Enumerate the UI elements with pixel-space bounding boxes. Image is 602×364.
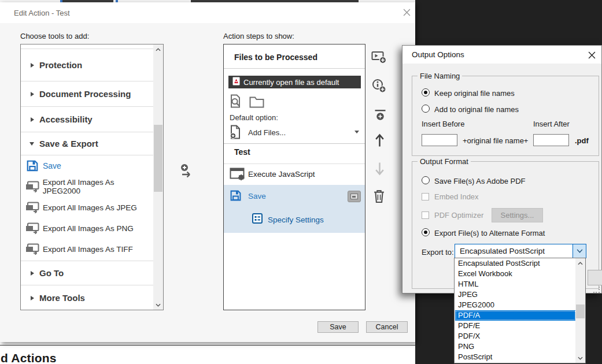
- export-alternate-label: Export File(s) to Alternate Format: [434, 229, 545, 237]
- scroll-up-icon[interactable]: [153, 44, 163, 54]
- insert-after-input[interactable]: [533, 134, 569, 146]
- tool-label: Export All Images As TIFF: [43, 245, 133, 254]
- files-to-process-header: Files to be Processed: [234, 53, 317, 62]
- pdf-file-icon: [232, 77, 240, 88]
- dropdown-scrollbar[interactable]: [575, 258, 585, 363]
- chevron-down-icon[interactable]: [573, 244, 586, 258]
- category-label: Save & Export: [39, 139, 98, 148]
- close-icon[interactable]: [584, 49, 599, 61]
- export-format-combobox[interactable]: Encapsulated PostScript: [455, 244, 586, 258]
- folder-icon[interactable]: [249, 96, 264, 110]
- add-to-original-radio[interactable]: [422, 105, 430, 113]
- export-alternate-radio[interactable]: [422, 228, 430, 236]
- add-files-dropdown[interactable]: Add Files...: [230, 125, 361, 140]
- settings-button[interactable]: Settings...: [492, 208, 543, 222]
- tree-category-go-to[interactable]: Go To: [21, 261, 153, 285]
- dropdown-item[interactable]: JPEG2000: [455, 300, 576, 310]
- add-file-icon: [230, 125, 241, 142]
- insert-after-label: Insert After: [533, 120, 570, 128]
- selected-step-block: Save Specify Settings: [224, 185, 365, 233]
- dropdown-item[interactable]: Encapsulated PostScript: [455, 258, 576, 269]
- tools-tree-panel: Protection Document Processing Accessibi…: [20, 44, 164, 310]
- resize-grip-icon[interactable]: [593, 287, 600, 294]
- save-floppy-icon: [230, 190, 242, 204]
- scroll-down-icon[interactable]: [153, 300, 163, 310]
- save-as-pdf-radio[interactable]: [422, 176, 430, 184]
- tool-item-export-jpeg[interactable]: Export All Images As JPEG: [21, 197, 153, 218]
- divider: [224, 164, 365, 164]
- export-images-icon: [25, 181, 40, 192]
- dropdown-item[interactable]: PDF/E: [455, 321, 576, 331]
- category-label: Protection: [39, 60, 82, 70]
- export-format-dropdown-list: Encapsulated PostScript Excel Workbook H…: [454, 258, 586, 363]
- execute-javascript-icon: [230, 168, 245, 183]
- category-label: More Tools: [39, 293, 85, 303]
- tree-category-protection[interactable]: Protection: [21, 49, 153, 81]
- add-panel-icon[interactable]: [370, 49, 387, 66]
- scroll-down-icon[interactable]: [575, 353, 585, 363]
- dropdown-item-selected[interactable]: PDF/A: [455, 310, 576, 321]
- dialog-window-icon: [350, 194, 358, 199]
- tree-category-document-processing[interactable]: Document Processing: [21, 81, 153, 107]
- move-up-icon[interactable]: [371, 132, 388, 149]
- step-options-button[interactable]: [348, 191, 361, 202]
- embed-index-checkbox[interactable]: [422, 193, 429, 200]
- tool-item-export-jpeg2000[interactable]: Export All Images As JPEG2000: [21, 176, 153, 197]
- insert-before-input[interactable]: [422, 134, 457, 146]
- current-file-label: Currently open file as default: [243, 78, 339, 87]
- background-divider: [0, 345, 415, 346]
- insert-before-label: Insert Before: [422, 120, 464, 128]
- keep-original-radio[interactable]: [422, 88, 430, 96]
- close-icon[interactable]: [399, 6, 414, 18]
- cancel-button[interactable]: Cancel: [366, 321, 408, 333]
- tool-item-save[interactable]: Save: [21, 155, 153, 176]
- tree-category-more-tools[interactable]: More Tools: [21, 285, 153, 310]
- scroll-up-icon[interactable]: [575, 258, 585, 268]
- search-file-icon[interactable]: [230, 94, 242, 110]
- step-execute-javascript[interactable]: Execute JavaScript: [224, 165, 365, 185]
- edit-action-dialog-title: Edit Action - Test: [14, 9, 70, 17]
- current-file-row[interactable]: Currently open file as default: [228, 76, 361, 88]
- move-down-icon[interactable]: [371, 160, 388, 177]
- tools-scrollbar[interactable]: [153, 44, 163, 310]
- step-save[interactable]: Save: [224, 185, 365, 208]
- tree-category-accessibility[interactable]: Accessibility: [21, 107, 153, 132]
- tool-item-export-tiff[interactable]: Export All Images As TIFF: [21, 239, 153, 259]
- dropdown-item[interactable]: Excel Workbook: [455, 269, 576, 279]
- tool-label: Export All Images As JPEG: [43, 203, 137, 212]
- scroll-thumb[interactable]: [576, 304, 585, 318]
- chevron-down-icon: [29, 142, 34, 146]
- info-add-icon[interactable]: [370, 77, 387, 94]
- dropdown-item[interactable]: JPEG: [455, 289, 576, 300]
- add-to-original-label: Add to original file names: [434, 105, 519, 114]
- tool-item-export-png[interactable]: Export All Images As PNG: [21, 218, 153, 239]
- scroll-thumb[interactable]: [154, 125, 162, 192]
- export-images-icon: [25, 202, 40, 213]
- dropdown-item[interactable]: PostScript: [455, 352, 576, 362]
- step-label: Specify Settings: [268, 216, 324, 224]
- trash-icon[interactable]: [370, 188, 387, 205]
- original-file-name-text: +original file name+: [463, 136, 528, 145]
- save-button[interactable]: Save: [317, 321, 359, 333]
- file-naming-legend: File Naming: [418, 72, 462, 80]
- default-option-label: Default option:: [230, 113, 278, 122]
- edit-action-dialog: Edit Action - Test Choose tools to add: …: [0, 2, 415, 342]
- caret-down-icon: [354, 131, 359, 133]
- pdf-optimizer-checkbox[interactable]: [422, 211, 429, 219]
- tree-category-save-export[interactable]: Save & Export: [21, 132, 153, 155]
- save-as-pdf-label: Save File(s) As Adobe PDF: [434, 177, 526, 185]
- category-label: Accessibility: [39, 114, 93, 124]
- action-steps-panel: Files to be Processed Currently open fil…: [223, 44, 365, 310]
- action-steps-label: Action steps to show:: [223, 32, 294, 40]
- dropdown-item[interactable]: PNG: [455, 341, 576, 352]
- step-specify-settings[interactable]: Specify Settings: [247, 210, 365, 231]
- dropdown-item[interactable]: HTML: [455, 279, 576, 289]
- export-images-icon: [25, 243, 40, 255]
- dropdown-item[interactable]: PDF/X: [455, 331, 576, 341]
- category-label: Document Processing: [39, 89, 131, 99]
- insert-above-icon[interactable]: [371, 106, 389, 124]
- add-step-icon[interactable]: [178, 162, 195, 180]
- keep-original-label: Keep original file names: [434, 89, 515, 98]
- specify-settings-icon: [252, 213, 263, 226]
- step-label: Execute JavaScript: [248, 170, 315, 179]
